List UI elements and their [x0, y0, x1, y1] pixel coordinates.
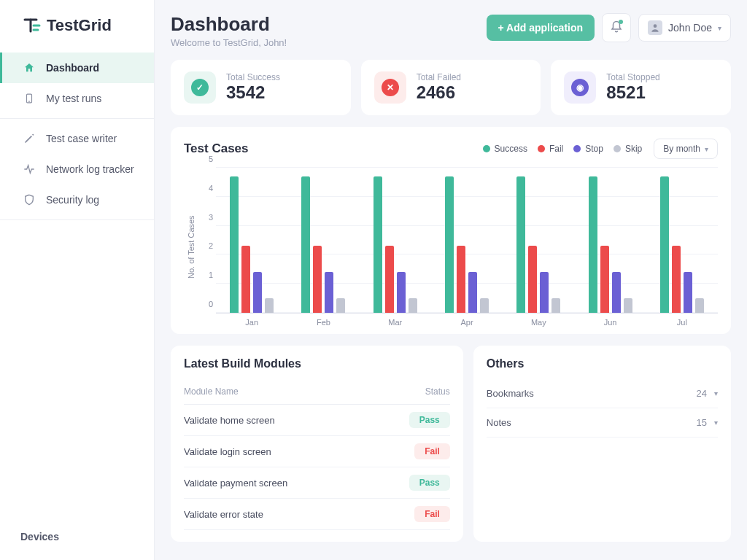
chart-bar	[409, 298, 417, 313]
chart-bar	[540, 272, 549, 313]
chart-bar	[695, 298, 704, 313]
chart-bar-group	[295, 168, 351, 313]
chart-bar	[445, 176, 454, 313]
sidebar-item-label: Dashboard	[46, 62, 99, 74]
chart-header: Test Cases Success Fail Stop Skip By mon…	[184, 139, 718, 159]
x-circle-icon: ✕	[374, 71, 406, 104]
header-actions: + Add application John Doe ▾	[487, 13, 731, 42]
legend-item-stop: Stop	[573, 144, 603, 154]
chart-bar	[457, 246, 465, 313]
chart-bar	[241, 246, 250, 313]
sidebar-footer-label: Devices	[20, 531, 59, 542]
chart-legend: Success Fail Stop Skip	[483, 144, 643, 154]
chevron-down-icon: ▾	[714, 419, 718, 427]
status-badge: Pass	[409, 475, 450, 491]
col-module-name: Module Name	[184, 386, 239, 397]
add-application-button[interactable]: + Add application	[487, 15, 595, 41]
brand-logo: TestGrid	[0, 0, 154, 48]
module-name: Validate error state	[184, 509, 263, 520]
module-row[interactable]: Validate error stateFail	[184, 499, 450, 530]
status-badge: Pass	[409, 412, 450, 428]
chart-bar	[624, 298, 632, 313]
sidebar-item-label: Network log tracker	[46, 163, 134, 175]
page-title-block: Dashboard Welcome to TestGrid, John!	[171, 13, 287, 48]
avatar-icon	[648, 20, 662, 35]
chart-xtick: Mar	[374, 318, 417, 327]
brand-mark-icon	[23, 17, 41, 34]
chart-bar	[480, 298, 489, 313]
chart-bar	[600, 246, 609, 313]
modules-title: Latest Build Modules	[184, 357, 450, 370]
nav-secondary: Test case writer Network log tracker Sec…	[0, 119, 154, 220]
others-count: 15	[697, 417, 707, 428]
chart-xtick: Feb	[301, 318, 345, 327]
module-row[interactable]: Validate login screenFail	[184, 436, 450, 467]
user-menu-button[interactable]: John Doe ▾	[638, 14, 731, 42]
stat-card-stopped: ◉ Total Stopped 8521	[551, 60, 731, 115]
chart-period-select[interactable]: By month ▾	[654, 139, 718, 159]
modules-card: Latest Build Modules Module Name Status …	[171, 346, 463, 542]
sidebar-item-test-runs[interactable]: My test runs	[0, 83, 154, 114]
modules-table-head: Module Name Status	[184, 379, 450, 405]
module-row[interactable]: Validate home screenPass	[184, 405, 450, 436]
chart-bar	[612, 272, 621, 313]
module-name: Validate payment screen	[184, 478, 287, 489]
chart-bar	[589, 176, 597, 313]
stat-value: 2466	[417, 82, 461, 103]
home-icon	[23, 61, 36, 74]
others-label: Notes	[487, 417, 511, 428]
others-row[interactable]: Bookmarks24▾	[487, 379, 718, 408]
chart-ytick: 0	[201, 300, 213, 308]
page-subtitle: Welcome to TestGrid, John!	[171, 37, 287, 48]
chart-bar	[336, 298, 345, 313]
chart-xaxis: JanFebMarAprMayJunJul	[216, 318, 718, 327]
chart-ytick: 4	[201, 184, 213, 192]
chevron-down-icon: ▾	[705, 145, 708, 153]
module-row[interactable]: Validate payment screenPass	[184, 467, 450, 499]
page-title: Dashboard	[171, 13, 287, 36]
chart-xtick: May	[516, 318, 560, 327]
device-icon	[23, 92, 36, 105]
nav-primary: Dashboard My test runs	[0, 48, 154, 119]
sidebar-item-label: My test runs	[46, 93, 101, 104]
page-header: Dashboard Welcome to TestGrid, John! + A…	[171, 13, 731, 48]
chart-ytick: 3	[201, 213, 213, 222]
stat-label: Total Success	[226, 72, 280, 82]
pen-icon	[23, 132, 36, 145]
chart-title: Test Cases	[184, 141, 249, 156]
sidebar-item-network-log[interactable]: Network log tracker	[0, 154, 154, 184]
module-name: Validate login screen	[184, 446, 271, 457]
shield-icon	[23, 193, 36, 206]
sidebar: TestGrid Dashboard My test runs Test cas…	[0, 0, 155, 560]
chart-bar-group	[224, 168, 279, 313]
stat-card-failed: ✕ Total Failed 2466	[361, 60, 541, 115]
chevron-down-icon: ▾	[718, 24, 721, 32]
sidebar-item-dashboard[interactable]: Dashboard	[0, 52, 154, 83]
chart-bar	[374, 176, 382, 313]
sidebar-footer-devices[interactable]: Devices	[0, 513, 154, 560]
notifications-button[interactable]	[602, 13, 631, 42]
chart-bar	[325, 272, 333, 313]
chart-ytick: 1	[201, 271, 213, 279]
chart-bar	[301, 176, 310, 313]
col-status: Status	[425, 386, 450, 397]
chart-bar-group	[511, 168, 566, 313]
sidebar-item-security-log[interactable]: Security log	[0, 184, 154, 215]
chart-bar-group	[368, 168, 423, 313]
chart-bar	[253, 272, 262, 313]
others-row[interactable]: Notes15▾	[487, 408, 718, 438]
sidebar-item-test-case-writer[interactable]: Test case writer	[0, 123, 154, 154]
chart-ytick: 5	[201, 155, 213, 163]
stat-row: ✓ Total Success 3542 ✕ Total Failed 2466…	[171, 60, 731, 115]
chart-bar	[551, 298, 560, 313]
others-card: Others Bookmarks24▾Notes15▾	[473, 346, 731, 542]
bottom-row: Latest Build Modules Module Name Status …	[171, 346, 731, 542]
chart-bar-group	[583, 168, 638, 313]
chart-bar-group	[654, 168, 710, 313]
check-circle-icon: ✓	[184, 71, 216, 104]
user-name: John Doe	[668, 22, 712, 34]
status-badge: Fail	[414, 443, 450, 459]
module-name: Validate home screen	[184, 415, 275, 426]
chart-bar	[660, 176, 669, 313]
others-label: Bookmarks	[487, 388, 534, 399]
